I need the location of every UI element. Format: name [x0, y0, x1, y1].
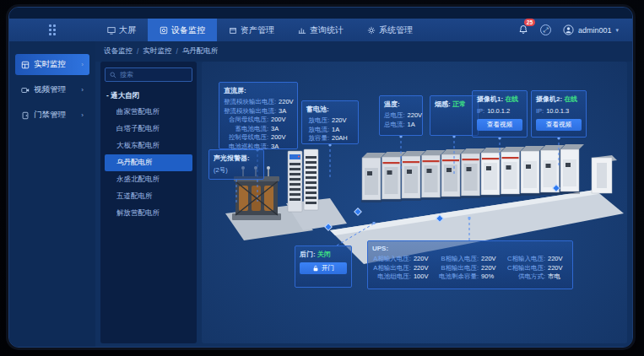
- expand-icon: ⤢: [543, 26, 548, 35]
- metric-label: 整流模块输出电压:: [224, 98, 276, 107]
- station-tree-panel: - 通大自闭 曲家营配电所 白塔子配电所 大板东配电所 乌丹配电所 永盛北配电所…: [100, 62, 197, 343]
- door-status: 关闭: [317, 251, 331, 258]
- chevron-right-icon: ›: [81, 111, 84, 119]
- metric-label: 放容量:: [306, 134, 329, 143]
- monitor-grid-icon: [21, 61, 30, 69]
- breadcrumb-item-current: 乌丹配电所: [182, 46, 219, 57]
- nav-item-assets[interactable]: 资产管理: [217, 19, 286, 41]
- metric-value: 3A: [271, 125, 293, 134]
- metric-label: 合闸母线电压:: [224, 116, 268, 125]
- camera1-status: 在线: [505, 95, 518, 103]
- breadcrumb-item[interactable]: 设备监控: [104, 46, 133, 57]
- screen-icon: [107, 26, 116, 35]
- metric-label: B相输出电压:: [439, 264, 479, 273]
- breadcrumb-item[interactable]: 实时监控: [143, 46, 171, 57]
- panel-title: 声光报警器:: [214, 154, 259, 163]
- panel-title: 直流屏:: [224, 86, 293, 95]
- metric-value: 220V: [548, 255, 568, 264]
- monitor-icon: [160, 26, 168, 35]
- box-icon: [229, 26, 237, 35]
- camera2-status: 在线: [564, 95, 577, 103]
- metric-value: 200V: [271, 116, 293, 125]
- metric-value: 1A: [408, 121, 418, 130]
- nav-item-dashboard[interactable]: 大屏: [95, 19, 148, 41]
- sidebar-item-access[interactable]: 门禁管理 ›: [15, 105, 89, 126]
- nav-item-device-monitor[interactable]: 设备监控: [148, 19, 217, 41]
- smoke-label: 烟感:: [435, 100, 451, 108]
- metric-value: 20AH: [332, 134, 354, 143]
- metric-label: 放电流:: [306, 126, 329, 135]
- metric-value: 3A: [279, 107, 293, 116]
- app-window: 大屏 设备监控 资产管理 查询统计 系统管理 25 ⤢ admi: [8, 7, 633, 348]
- chart-icon: [298, 26, 306, 35]
- top-navbar: 大屏 设备监控 资产管理 查询统计 系统管理 25 ⤢ admi: [9, 19, 632, 41]
- panel-title: 摄像机2: 在线: [536, 94, 582, 104]
- dc-screen-panel: 直流屏: 整流模块输出电压:220V 整流模块输出电流:3A 合闸母线电压:20…: [219, 82, 298, 149]
- view-video-button[interactable]: 查看视频: [536, 119, 582, 131]
- metric-label: C相输出电压:: [506, 264, 545, 273]
- sidebar-item-realtime-monitor[interactable]: 实时监控 ›: [15, 54, 89, 75]
- search-icon: [110, 72, 116, 78]
- username: admin001: [578, 26, 612, 35]
- metric-value: 220V: [414, 264, 434, 273]
- metric-value: 220V: [408, 111, 423, 121]
- metric-value: 90%: [481, 272, 501, 282]
- fullscreen-button[interactable]: ⤢: [540, 24, 551, 35]
- tree-node-selected[interactable]: 乌丹配电所: [105, 154, 192, 171]
- nav-item-label: 大屏: [119, 24, 136, 36]
- ip-label: IP:: [536, 106, 544, 116]
- video-icon: [21, 86, 30, 94]
- camera2-label: 摄像机2:: [536, 95, 562, 103]
- nav-item-label: 系统管理: [379, 24, 413, 36]
- station-tree: - 通大自闭 曲家营配电所 白塔子配电所 大板东配电所 乌丹配电所 永盛北配电所…: [105, 89, 192, 222]
- window-top-strip: [9, 8, 632, 19]
- metric-value: 1A: [332, 126, 354, 135]
- open-door-button[interactable]: 开门: [300, 262, 347, 274]
- metric-value: 市电: [548, 272, 568, 282]
- panel-title: 蓄电池:: [306, 105, 354, 114]
- camera2-panel: 摄像机2: 在线 IP: 10.0.1.3 查看视频: [531, 90, 587, 138]
- tree-node[interactable]: 大板东配电所: [105, 138, 192, 154]
- gear-icon: [367, 26, 376, 35]
- chevron-right-icon: ›: [81, 61, 84, 68]
- nav-item-system[interactable]: 系统管理: [355, 19, 425, 41]
- ip-label: IP:: [477, 106, 484, 116]
- avatar-icon: [563, 24, 574, 35]
- metric-value: 220V: [548, 264, 568, 273]
- metric-value: 220V: [414, 255, 434, 264]
- metric-label: 整流模块输出电流:: [224, 107, 276, 116]
- tree-node[interactable]: 曲家营配电所: [105, 104, 192, 121]
- door-panel: 后门: 关闭 开门: [295, 245, 352, 288]
- app-logo: [9, 19, 95, 41]
- sidebar-item-video[interactable]: 视频管理 ›: [15, 79, 89, 100]
- metric-value: 3A: [271, 143, 293, 152]
- smoke-status: 正常: [452, 100, 466, 108]
- view-video-button[interactable]: 查看视频: [477, 119, 522, 131]
- tree-search-input[interactable]: [120, 71, 187, 78]
- left-sidebar: 实时监控 › 视频管理 › 门禁管理 ›: [9, 41, 95, 348]
- metric-label: A相输入电压:: [372, 255, 411, 264]
- sidebar-item-label: 视频管理: [34, 84, 66, 95]
- tree-node[interactable]: 五道配电所: [105, 188, 192, 205]
- door-label: 后门:: [300, 251, 316, 258]
- nav-item-statistics[interactable]: 查询统计: [286, 19, 355, 41]
- panel-title: 烟感: 正常: [435, 100, 474, 109]
- notifications-button[interactable]: 25: [518, 23, 528, 38]
- tree-search: [105, 67, 192, 82]
- camera1-panel: 摄像机1: 在线 IP: 10.0.1.2 查看视频: [472, 90, 528, 138]
- tree-node[interactable]: 解放营配电所: [105, 205, 192, 222]
- metric-value: 100V: [414, 272, 434, 282]
- tree-root-node[interactable]: - 通大自闭: [105, 89, 192, 104]
- tree-node[interactable]: 白塔子配电所: [105, 121, 192, 138]
- metric-label: 电池剩余容量:: [439, 272, 479, 282]
- user-menu[interactable]: admin001 ▾: [563, 24, 619, 35]
- metric-label: B相输入电压:: [439, 255, 479, 264]
- facility-3d-view: 直流屏: 整流模块输出电压:220V 整流模块输出电流:3A 合闸母线电压:20…: [202, 62, 627, 343]
- ups-column-a: A相输入电压:220V A相输出电压:220V 电池组电压:100V: [372, 255, 434, 282]
- tree-node[interactable]: 永盛北配电所: [105, 171, 192, 188]
- nav-item-label: 查询统计: [310, 24, 344, 36]
- metric-label: 放电压:: [306, 116, 329, 126]
- panel-title: UPS:: [372, 245, 568, 252]
- alarm-note: (2号): [214, 165, 259, 175]
- metric-value: 200V: [271, 133, 293, 143]
